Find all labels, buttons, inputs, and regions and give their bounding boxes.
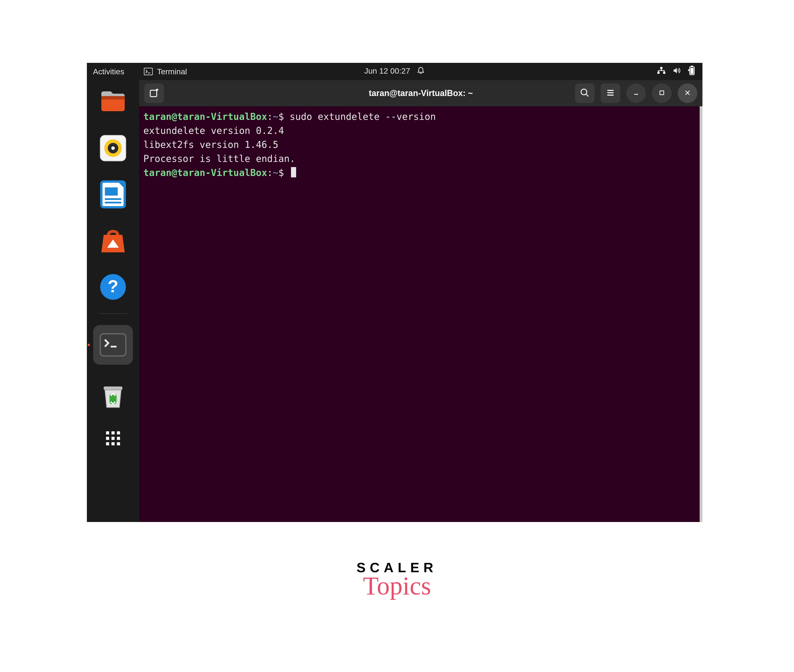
dock-item-libreoffice-writer[interactable] [98,179,128,210]
svg-rect-8 [690,68,693,74]
maximize-icon [658,90,665,97]
svg-rect-29 [112,437,114,440]
output-text: Processor is little endian. [144,153,295,164]
notifications-icon[interactable] [417,66,425,77]
terminal-headerbar: taran@taran-VirtualBox: ~ [139,80,703,106]
svg-rect-3 [660,67,662,69]
svg-rect-31 [106,442,109,445]
svg-rect-26 [112,431,114,434]
network-icon[interactable] [657,66,666,77]
svg-rect-43 [660,91,664,94]
terminal-viewport[interactable]: taran@taran-VirtualBox:~$ sudo extundele… [139,106,703,522]
svg-rect-30 [117,437,120,440]
close-icon [684,89,691,97]
svg-point-15 [112,147,115,150]
output-text: extundelete version 0.2.4 [144,125,284,136]
prompt-user: taran@taran-VirtualBox [144,111,267,122]
svg-rect-22 [100,334,126,356]
svg-rect-24 [104,386,122,390]
prompt-path: ~ [273,167,278,178]
svg-rect-11 [101,96,125,99]
svg-rect-25 [106,431,109,434]
activities-button[interactable]: Activities [93,67,124,76]
output-text: libext2fs version 1.46.5 [144,139,278,150]
ubuntu-screenshot: Activities Terminal Jun 12 00:27 [87,63,703,522]
search-button[interactable] [575,83,594,103]
terminal-small-icon [144,68,153,75]
command-text: sudo extundelete --version [289,111,436,122]
search-icon [580,88,590,99]
dock-separator [99,314,127,314]
terminal-line: taran@taran-VirtualBox:~$ sudo extundele… [144,110,695,123]
dock-item-help[interactable]: ? [98,272,128,302]
terminal-line: extundelete version 0.2.4 [144,123,695,138]
svg-rect-0 [144,68,152,75]
dock-item-rhythmbox[interactable] [98,133,128,163]
gnome-topbar: Activities Terminal Jun 12 00:27 [87,63,703,80]
dock-item-ubuntu-software[interactable] [98,226,128,256]
clock[interactable]: Jun 12 00:27 [364,66,410,77]
hamburger-menu-button[interactable] [601,83,620,103]
dock-item-trash[interactable] [98,381,128,411]
hamburger-icon [606,88,615,98]
svg-rect-27 [117,431,120,434]
svg-rect-28 [106,437,109,440]
svg-rect-32 [112,442,114,445]
prompt-path: ~ [273,111,278,122]
svg-point-37 [581,89,587,95]
focused-app-indicator[interactable]: Terminal [144,67,187,76]
dock: ? [87,80,139,522]
battery-charging-icon[interactable] [687,66,697,77]
terminal-line: Processor is little endian. [144,152,695,166]
svg-line-38 [586,94,588,96]
minimize-button[interactable] [626,83,646,103]
dock-item-terminal[interactable] [93,325,133,365]
dock-show-applications[interactable] [98,428,128,449]
volume-icon[interactable] [672,66,681,77]
terminal-line: libext2fs version 1.46.5 [144,138,695,152]
svg-rect-34 [150,90,157,97]
svg-rect-5 [663,72,665,74]
focused-app-label: Terminal [157,67,187,76]
scaler-watermark: SCALER Topics [0,560,794,601]
prompt-user: taran@taran-VirtualBox [144,167,267,178]
close-button[interactable] [678,83,697,103]
dock-item-files[interactable] [98,87,128,117]
desktop-area: ? [87,80,703,522]
watermark-line2: Topics [363,571,431,601]
terminal-line: taran@taran-VirtualBox:~$ [144,166,695,180]
minimize-icon [633,89,640,98]
cursor [291,167,296,178]
svg-text:?: ? [108,277,118,296]
svg-rect-17 [105,187,118,195]
svg-rect-7 [691,66,693,67]
terminal-window: taran@taran-VirtualBox: ~ [139,80,703,522]
new-tab-button[interactable] [144,83,164,103]
svg-rect-33 [117,442,120,445]
maximize-button[interactable] [652,83,672,103]
svg-rect-4 [657,72,660,74]
